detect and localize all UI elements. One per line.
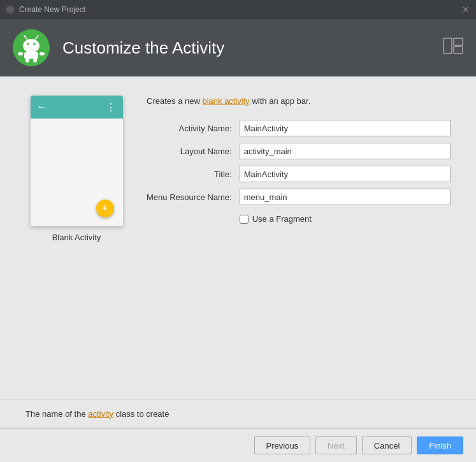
close-icon[interactable]: ✕ (462, 4, 470, 15)
window-dot (6, 6, 14, 13)
main-content: ← ⋮ + Blank Activity Creates a new blank… (0, 76, 476, 428)
description-highlight: blank activity (202, 96, 249, 106)
svg-rect-9 (18, 52, 23, 55)
finish-button[interactable]: Finish (417, 437, 463, 454)
status-highlight: activity (88, 409, 113, 419)
svg-rect-10 (40, 52, 45, 55)
left-panel: ← ⋮ + Blank Activity (25, 96, 127, 387)
svg-rect-13 (454, 47, 463, 54)
description-text: Creates a new blank activity with an app… (147, 96, 451, 107)
activity-name-input[interactable] (240, 120, 451, 136)
bottom-status: The name of the activity class to create (0, 400, 476, 428)
use-fragment-row: Use a Fragment (240, 214, 451, 224)
svg-rect-7 (25, 57, 29, 62)
dialog-header: Customize the Activity (0, 19, 476, 76)
svg-point-1 (23, 39, 40, 53)
content-area: ← ⋮ + Blank Activity Creates a new blank… (0, 76, 476, 400)
android-logo (13, 29, 50, 66)
title-bar-left: Create New Project (6, 5, 85, 14)
form-fields: Activity Name: Layout Name: Title: Menu … (147, 120, 451, 224)
preview-label: Blank Activity (52, 233, 101, 242)
cancel-button[interactable]: Cancel (362, 437, 412, 454)
phone-menu-icon: ⋮ (106, 101, 117, 113)
previous-button[interactable]: Previous (254, 437, 311, 454)
use-fragment-label: Use a Fragment (252, 214, 312, 224)
phone-fab: + (96, 199, 114, 217)
svg-point-3 (33, 43, 36, 45)
layout-icon (443, 38, 463, 58)
menu-resource-name-label: Menu Resource Name: (147, 192, 232, 202)
title-label: Title: (147, 170, 232, 179)
layout-name-label: Layout Name: (147, 147, 232, 156)
menu-resource-name-input[interactable] (240, 189, 451, 205)
next-button: Next (315, 437, 357, 454)
right-panel: Creates a new blank activity with an app… (147, 96, 451, 387)
svg-rect-8 (33, 57, 37, 62)
svg-rect-6 (24, 52, 38, 59)
activity-name-label: Activity Name: (147, 124, 232, 133)
phone-body: + (31, 119, 123, 226)
title-input[interactable] (240, 166, 451, 182)
phone-preview: ← ⋮ + (31, 96, 123, 226)
footer: Previous Next Cancel Finish (0, 428, 476, 462)
svg-point-2 (27, 43, 29, 45)
window-title: Create New Project (19, 5, 85, 14)
phone-toolbar: ← ⋮ (31, 96, 123, 119)
svg-rect-12 (454, 38, 463, 45)
svg-rect-11 (444, 38, 452, 54)
dialog-title: Customize the Activity (62, 38, 224, 58)
use-fragment-checkbox[interactable] (240, 215, 249, 224)
title-bar: Create New Project ✕ (0, 0, 476, 19)
layout-name-input[interactable] (240, 143, 451, 159)
phone-back-icon: ← (37, 101, 47, 113)
